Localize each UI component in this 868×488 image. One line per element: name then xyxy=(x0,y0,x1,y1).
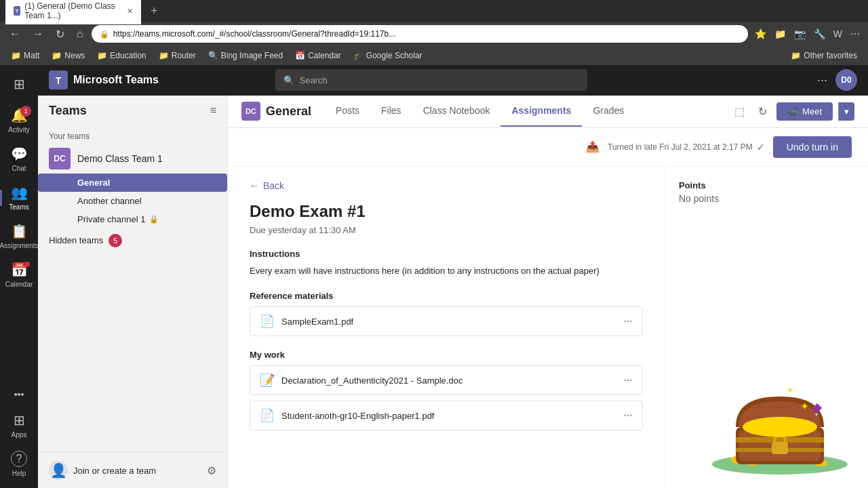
more-options-icon[interactable]: ··· xyxy=(814,70,830,90)
header-actions: ··· D0 xyxy=(814,69,857,91)
undo-turn-in-button[interactable]: Undo turn in xyxy=(773,136,852,158)
rail-activity[interactable]: 1 🔔 Activity xyxy=(0,102,38,139)
reload-icon[interactable]: ↻ xyxy=(754,101,771,122)
instructions-text: Every exam will have instructions here (… xyxy=(250,264,643,278)
bookmark-bing[interactable]: 🔍 Bing Image Feed xyxy=(203,49,288,62)
bookmark-news[interactable]: 📁 News xyxy=(46,49,90,62)
filter-icon[interactable]: ≡ xyxy=(210,104,216,117)
rail-more[interactable]: ••• xyxy=(0,384,38,405)
channel-general[interactable]: General xyxy=(38,174,227,192)
browser-tab[interactable]: T (1) General (Demo Class Team 1...) ✕ xyxy=(5,0,141,24)
bookmark-router[interactable]: 📁 Router xyxy=(153,49,201,62)
reference-file-1[interactable]: 📄 SampleExam1.pdf ··· xyxy=(250,306,643,336)
team-demo-class[interactable]: DC Demo Class Team 1 ··· xyxy=(38,144,227,174)
address-bar[interactable]: 🔒 https://teams.microsoft.com/_#/school/… xyxy=(92,25,748,43)
rail-help[interactable]: ? Help xyxy=(0,445,38,483)
rail-assignments[interactable]: 📋 Assignments xyxy=(0,218,38,255)
sidebar-title: Teams xyxy=(49,104,87,118)
extension-icon-2[interactable]: 📁 xyxy=(772,26,789,42)
reference-file-name: SampleExam1.pdf xyxy=(281,317,617,327)
bookmark-google-scholar[interactable]: 🎓 Google Scholar xyxy=(348,49,428,62)
apps-grid-icon: ⊞ xyxy=(14,76,25,92)
store-icon: ⊞ xyxy=(14,412,25,428)
search-icon: 🔍 xyxy=(283,75,294,85)
main-area: Teams ≡ Your teams DC Demo Class Team 1 … xyxy=(38,96,868,488)
extension-icon-5[interactable]: W xyxy=(831,26,845,42)
svg-text:T: T xyxy=(56,75,62,86)
submit-icon: 📤 xyxy=(586,140,599,153)
file-more-icon-1[interactable]: ··· xyxy=(624,374,633,386)
new-tab-button[interactable]: + xyxy=(146,3,162,20)
join-team-label: Join or create a team xyxy=(73,466,156,476)
meet-dropdown-button[interactable]: ▾ xyxy=(838,102,854,121)
browser-extension-icons: ⭐ 📁 📷 🔧 W ⋯ xyxy=(752,26,863,42)
home-button[interactable]: ⌂ xyxy=(73,25,87,43)
lock-icon: 🔒 xyxy=(100,30,109,39)
instructions-section: Instructions Every exam will have instru… xyxy=(250,249,643,278)
user-avatar[interactable]: D0 xyxy=(835,69,857,91)
chat-label: Chat xyxy=(12,165,26,172)
file-more-icon[interactable]: ··· xyxy=(624,315,633,327)
channel-another[interactable]: Another channel xyxy=(38,192,227,210)
bookmarks-bar: 📁 Matt 📁 News 📁 Education 📁 Router 🔍 Bin… xyxy=(0,46,868,65)
sidebar-header-actions: ≡ xyxy=(210,104,216,117)
calendar-notification-dot xyxy=(24,262,30,267)
my-work-file-2[interactable]: 📄 Student-anoth-gr10-English-paper1.pdf … xyxy=(250,401,643,430)
assignment-status-bar: 📤 Turned in late Fri Jul 2, 2021 at 2:17… xyxy=(228,128,868,167)
tab-close-button[interactable]: ✕ xyxy=(127,7,133,16)
browser-nav-bar: ← → ↻ ⌂ 🔒 https://teams.microsoft.com/_#… xyxy=(0,22,868,46)
tab-posts[interactable]: Posts xyxy=(325,96,370,127)
channel-general-label: General xyxy=(77,178,110,188)
my-work-file-1[interactable]: 📝 Declaration_of_Authenticity2021 - Samp… xyxy=(250,365,643,395)
checkmark-icon: ✓ xyxy=(757,142,765,152)
tab-assignments[interactable]: Assignments xyxy=(500,96,582,127)
bookmark-other-favorites[interactable]: 📁 Other favorites xyxy=(785,49,863,62)
bookmark-education[interactable]: 📁 Education xyxy=(92,49,151,62)
my-work-file-2-name: Student-anoth-gr10-English-paper1.pdf xyxy=(281,411,617,421)
instructions-label: Instructions xyxy=(250,249,643,259)
team-avatar: DC xyxy=(49,148,71,169)
file-more-icon-2[interactable]: ··· xyxy=(624,409,633,422)
hidden-teams-section[interactable]: Hidden teams 5 xyxy=(38,228,227,253)
meet-button[interactable]: 📹 Meet xyxy=(776,102,833,121)
bookmark-calendar[interactable]: 📅 Calendar xyxy=(290,49,347,62)
bookmark-matt[interactable]: 📁 Matt xyxy=(5,49,45,62)
help-icon: ? xyxy=(11,451,27,467)
channel-private[interactable]: Private channel 1 🔒 xyxy=(38,210,227,228)
assignment-detail: 📤 Turned in late Fri Jul 2, 2021 at 2:17… xyxy=(228,128,868,488)
teams-logo-icon: T xyxy=(49,70,68,89)
help-label: Help xyxy=(12,470,26,477)
rail-apps-grid[interactable]: ⊞ xyxy=(0,70,38,100)
assignment-left-panel: ← Back Demo Exam #1 Due yesterday at 11:… xyxy=(228,167,665,488)
forward-button[interactable]: → xyxy=(28,25,47,43)
extension-icon-3[interactable]: 📷 xyxy=(791,26,808,42)
sidebar-header: Teams ≡ xyxy=(38,96,227,126)
browser-menu[interactable]: ⋯ xyxy=(848,26,863,42)
join-team-button[interactable]: 👤 Join or create a team xyxy=(49,461,199,480)
channel-tabs: Posts Files Class Notebook Assignments G xyxy=(325,96,730,127)
hidden-teams-label: Hidden teams xyxy=(49,235,103,245)
folder-icon: 📁 xyxy=(97,51,107,60)
search-box[interactable]: 🔍 Search xyxy=(275,69,587,91)
back-button[interactable]: ← Back xyxy=(250,180,643,191)
folder-icon: 📁 xyxy=(159,51,169,60)
refresh-button[interactable]: ↻ xyxy=(52,25,68,43)
rail-chat[interactable]: 💬 Chat xyxy=(0,140,38,178)
svg-text:✦: ✦ xyxy=(787,386,793,395)
reference-materials-section: Reference materials 📄 SampleExam1.pdf ··… xyxy=(250,291,643,336)
rail-apps[interactable]: ⊞ Apps xyxy=(0,407,38,444)
teams-icon: 👥 xyxy=(11,184,28,201)
folder-icon: 📁 xyxy=(52,51,62,60)
rail-calendar[interactable]: 📅 Calendar xyxy=(0,256,38,293)
rail-teams[interactable]: 👥 Teams xyxy=(0,179,38,216)
back-button[interactable]: ← xyxy=(5,25,24,43)
extension-icon-4[interactable]: 🔧 xyxy=(811,26,828,42)
expand-icon[interactable]: ⬚ xyxy=(730,101,749,122)
settings-icon[interactable]: ⚙ xyxy=(207,464,216,477)
extension-icon-1[interactable]: ⭐ xyxy=(752,26,769,42)
svg-rect-9 xyxy=(736,437,824,443)
tab-grades[interactable]: Grades xyxy=(582,96,635,127)
channel-name: General xyxy=(266,104,311,119)
tab-class-notebook[interactable]: Class Notebook xyxy=(412,96,501,127)
tab-files[interactable]: Files xyxy=(370,96,412,127)
